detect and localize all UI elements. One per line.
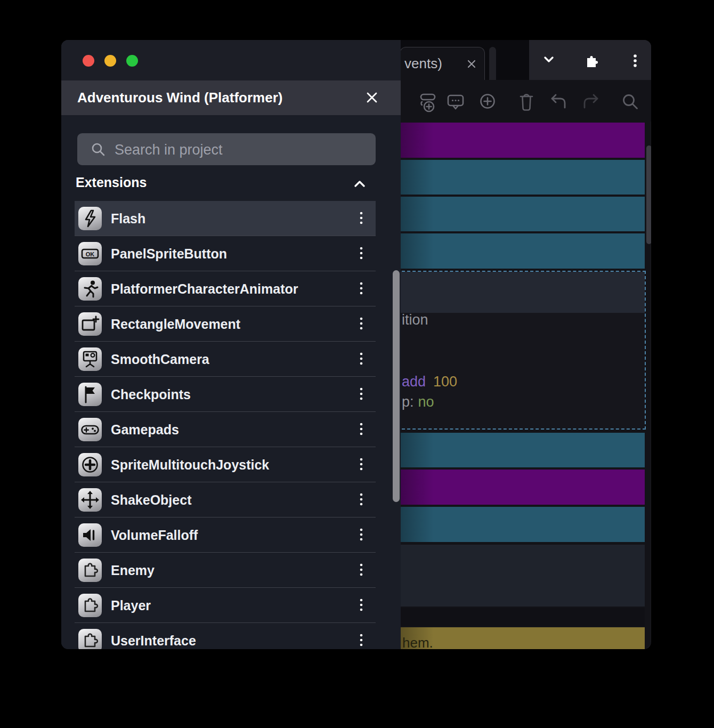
extensions-section-header: Extensions [76,175,147,190]
event-row[interactable] [401,433,645,467]
svg-text:OK: OK [86,251,95,257]
extension-label: Flash [111,211,355,227]
item-menu-icon[interactable] [355,456,367,474]
camera-icon [78,347,102,371]
next-tab-edge[interactable] [489,47,496,80]
list-item-volumefalloff[interactable]: VolumeFalloff [75,517,376,553]
chevron-down-icon[interactable] [541,52,557,68]
project-manager-panel: Adventurous Wind (Platformer) Extensions [61,40,401,649]
item-menu-icon[interactable] [355,350,367,368]
list-item-userinterface[interactable]: UserInterface [75,623,376,649]
item-menu-icon[interactable] [355,315,367,333]
puzzle-icon [78,629,102,649]
list-item-shakeobject[interactable]: ShakeObject [75,482,376,517]
events-toolbar [401,80,651,122]
item-menu-icon[interactable] [355,280,367,298]
desktop-background: vents) [0,0,714,728]
extension-label: UserInterface [111,633,355,649]
item-menu-icon[interactable] [355,420,367,439]
list-item-platformercharacteranimator[interactable]: PlatformerCharacterAnimator [75,271,376,306]
action-flag: no [418,394,434,410]
search-events-icon[interactable] [620,92,640,112]
list-item-panelspritebutton[interactable]: OK PanelSpriteButton [75,236,376,271]
comment-text: hem. [402,635,433,649]
extension-label: Checkpoints [111,387,355,402]
events-editor-region: vents) [401,40,651,649]
item-menu-icon[interactable] [355,561,367,579]
minimize-window-button[interactable] [104,55,116,67]
close-window-button[interactable] [83,55,94,67]
item-menu-icon[interactable] [355,209,367,228]
list-item-smoothcamera[interactable]: SmoothCamera [75,342,376,377]
undo-icon[interactable] [548,92,568,112]
panel-header: Adventurous Wind (Platformer) [61,80,401,115]
panel-scrollbar-thumb[interactable] [393,270,400,502]
add-sub-event-icon[interactable] [416,91,439,114]
kebab-menu-icon[interactable] [627,52,643,71]
window-titlebar [61,40,401,80]
item-menu-icon[interactable] [355,596,367,614]
extension-label: PlatformerCharacterAnimator [111,281,355,297]
puzzle-icon [78,559,102,582]
extensions-puzzle-icon[interactable] [582,52,601,71]
redo-icon[interactable] [581,92,602,112]
extension-label: Player [111,598,355,613]
tab-close-icon[interactable] [465,58,478,70]
search-input[interactable] [113,133,366,166]
joystick-icon [78,453,102,476]
comment-event-row[interactable]: hem. [401,627,645,649]
runner-icon [78,277,102,301]
event-row[interactable] [401,233,645,269]
event-row[interactable] [401,608,645,626]
event-row[interactable] [401,123,645,158]
event-row[interactable] [401,507,645,542]
zoom-window-button[interactable] [126,55,138,67]
event-row[interactable] [401,470,645,505]
item-menu-icon[interactable] [355,245,367,263]
puzzle-icon [78,594,102,617]
app-window: vents) [61,40,651,649]
tab-events[interactable]: vents) [400,47,485,80]
action-prefix: p: [402,394,414,410]
search-icon [90,141,106,157]
event-action-text: add100 p:no [402,371,457,412]
action-add-keyword: add [402,374,426,390]
tab-events-label: vents) [404,47,442,79]
extension-label: VolumeFalloff [111,528,355,543]
action-value: 100 [433,374,457,390]
list-item-flash[interactable]: Flash [75,201,376,236]
bolt-icon [78,207,102,230]
extension-label: Gamepads [111,422,355,438]
list-item-player[interactable]: Player [75,588,376,623]
item-menu-icon[interactable] [355,526,367,544]
chevron-up-icon[interactable] [351,176,369,192]
item-menu-icon[interactable] [355,385,367,403]
list-item-spritemultitouchjoystick[interactable]: SpriteMultitouchJoystick [75,447,376,482]
project-title: Adventurous Wind (Platformer) [77,80,282,115]
ok-button-icon: OK [78,242,102,265]
extension-label: SmoothCamera [111,352,355,367]
event-text-fragment: ition [402,312,428,328]
event-row[interactable] [401,160,645,195]
extension-label: Enemy [111,563,355,578]
item-menu-icon[interactable] [355,632,367,649]
event-row[interactable] [401,197,645,231]
move-arrows-icon [78,488,102,512]
event-conditions-area [397,272,645,313]
list-item-gamepads[interactable]: Gamepads [75,412,376,447]
panel-close-icon[interactable] [363,88,381,107]
event-row[interactable] [401,545,645,606]
list-item-rectanglemovement[interactable]: RectangleMovement [75,306,376,342]
extension-label: ShakeObject [111,492,355,508]
extension-label: SpriteMultitouchJoystick [111,457,355,473]
events-scrollbar-thumb[interactable] [646,145,651,244]
list-item-checkpoints[interactable]: Checkpoints [75,377,376,412]
item-menu-icon[interactable] [355,491,367,509]
list-item-enemy[interactable]: Enemy [75,553,376,588]
search-box [77,133,376,165]
add-comment-icon[interactable] [445,91,466,114]
rectangle-plus-icon [78,312,102,336]
extension-label: RectangleMovement [111,317,355,332]
trash-icon[interactable] [517,92,536,112]
add-event-icon[interactable] [477,91,498,112]
